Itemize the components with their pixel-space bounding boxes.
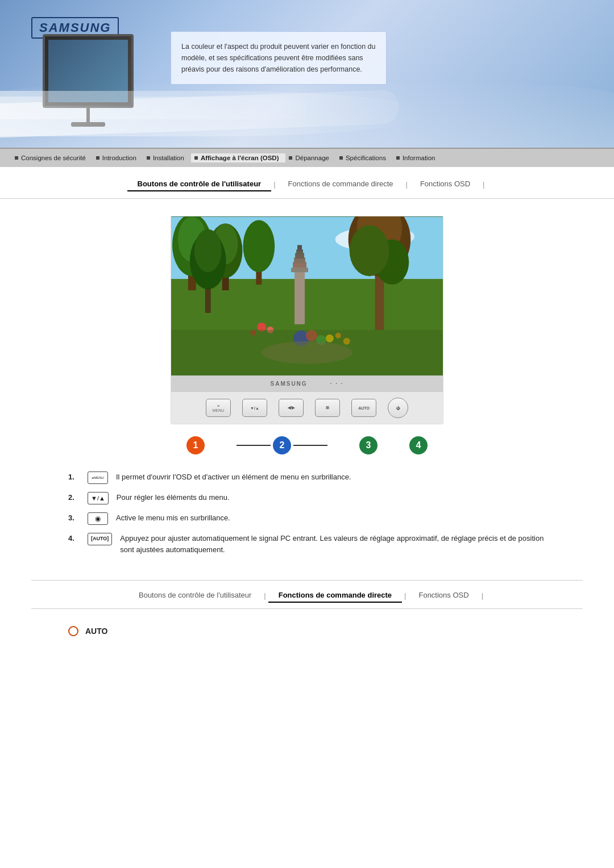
svg-rect-12: [294, 268, 305, 324]
num-label-2: 2: [273, 436, 291, 454]
instructions-list: 1. ≡ MENU Il permet d'ouvrir l'OSD et d'…: [51, 471, 563, 563]
svg-rect-18: [297, 245, 302, 251]
bracket-2b: [293, 445, 327, 446]
instruction-2: 2. ▼/▲ Pour régler les éléments du menu.: [68, 492, 546, 504]
banner-description: La couleur et l'aspect du produit peuven…: [171, 31, 387, 85]
bracket-2: [237, 445, 271, 446]
nav-label-specifications: Spécifications: [346, 155, 386, 161]
tab-fonctions-directe[interactable]: Fonctions de commande directe: [278, 177, 404, 191]
top-tab-nav: Boutons de contrôle de l'utilisateur | F…: [0, 167, 614, 199]
bottom-tab-nav: Boutons de contrôle de l'utilisateur | F…: [31, 580, 583, 609]
btn-menu[interactable]: ≡ MENU: [206, 399, 231, 417]
monitor-brand-dots: · · ·: [330, 381, 344, 387]
nav-bullet-introduction: [96, 156, 99, 160]
monitor-illustration: SAMSUNG · · · ≡ MENU ▼/▲ ◀/▶ ⊞ AUTO ⏻: [171, 216, 443, 424]
nav-item-installation[interactable]: Installation: [143, 153, 191, 162]
nav-bullet-information: [396, 156, 400, 160]
num-label-3: 3: [359, 436, 377, 454]
instruction-1: 1. ≡ MENU Il permet d'ouvrir l'OSD et d'…: [68, 471, 546, 484]
header-banner: SAMSUNG La couleur et l'aspect du produi…: [0, 0, 614, 148]
nav-item-specifications[interactable]: Spécifications: [336, 153, 393, 162]
bottom-tab-directe[interactable]: Fonctions de commande directe: [268, 589, 402, 603]
btn-enter-label: ⊞: [326, 406, 329, 410]
tab-boutons-controle[interactable]: Boutons de contrôle de l'utilisateur: [127, 177, 272, 191]
instr-text-3: Active le menu mis en surbrillance.: [116, 512, 546, 524]
num-label-4: 4: [409, 436, 428, 454]
nav-label-depannage: Dépannage: [295, 155, 329, 161]
nav-bullet-installation: [147, 156, 150, 160]
btn-auto-label: AUTO: [358, 406, 370, 410]
instr-icon-3: ◉: [88, 512, 108, 525]
number-labels: 1 2 3 4: [171, 433, 443, 454]
nav-bullet-osd: [194, 156, 198, 160]
instr-num-4: 4.: [68, 533, 80, 544]
tab-separator-2: |: [404, 180, 410, 189]
bottom-tab-boutons[interactable]: Boutons de contrôle de l'utilisateur: [128, 589, 262, 603]
num-label-1: 1: [186, 436, 205, 454]
instr-icon-4: [AUTO]: [88, 533, 112, 545]
btn-lr-label: ◀/▶: [288, 406, 294, 410]
nav-item-information[interactable]: Information: [393, 153, 442, 162]
instruction-4: 4. [AUTO] Appuyez pour ajuster automatiq…: [68, 533, 546, 555]
auto-text: AUTO: [85, 627, 107, 636]
controls-row: ≡ MENU ▼/▲ ◀/▶ ⊞ AUTO ⏻: [171, 391, 443, 424]
svg-rect-13: [291, 268, 308, 272]
instr-icon-menu-bottom: MENU: [94, 476, 104, 479]
nav-item-introduction[interactable]: Introduction: [93, 153, 143, 162]
btn-menu-label: ≡: [217, 404, 219, 408]
tab-separator-1: |: [271, 180, 277, 189]
garden-svg: [171, 216, 443, 375]
btn-enter[interactable]: ⊞: [315, 399, 340, 417]
num-group-2: 2: [237, 436, 327, 454]
svg-point-11: [243, 220, 275, 273]
btn-down-up[interactable]: ▼/▲: [242, 399, 267, 417]
bottom-tab-sep-1: |: [262, 591, 268, 600]
btn-down-up-label: ▼/▲: [250, 406, 259, 410]
svg-point-26: [194, 229, 222, 272]
main-content: SAMSUNG · · · ≡ MENU ▼/▲ ◀/▶ ⊞ AUTO ⏻: [0, 199, 614, 659]
btn-left-right[interactable]: ◀/▶: [279, 399, 304, 417]
bottom-tab-sep-3: |: [479, 591, 486, 600]
nav-item-security[interactable]: Consignes de sécurité: [11, 153, 93, 162]
monitor-graphic: [31, 34, 145, 136]
nav-label-introduction: Introduction: [102, 155, 136, 161]
auto-icon: [68, 626, 78, 636]
monitor-display: [171, 216, 443, 375]
btn-auto[interactable]: AUTO: [351, 399, 376, 417]
instruction-3: 3. ◉ Active le menu mis en surbrillance.: [68, 512, 546, 525]
tab-separator-3: |: [480, 180, 487, 189]
instr-num-1: 1.: [68, 471, 80, 483]
bottom-tab-sep-2: |: [402, 591, 408, 600]
nav-bar: Consignes de sécurité Introduction Insta…: [0, 148, 614, 167]
bottom-tab-osd[interactable]: Fonctions OSD: [408, 589, 479, 603]
instr-num-2: 2.: [68, 492, 80, 503]
instr-text-1: Il permet d'ouvrir l'OSD et d'activer un…: [116, 471, 546, 483]
nav-label-osd: Affichage à l'écran (OSD): [201, 155, 279, 161]
instr-num-3: 3.: [68, 512, 80, 524]
nav-item-depannage[interactable]: Dépannage: [285, 153, 335, 162]
nav-bullet-specifications: [339, 156, 343, 160]
nav-bullet-depannage: [289, 156, 292, 160]
nav-bullet-security: [15, 156, 18, 160]
monitor-brand-bar: SAMSUNG · · ·: [171, 375, 443, 391]
nav-label-security: Consignes de sécurité: [21, 155, 86, 161]
instr-icon-2: ▼/▲: [88, 492, 109, 504]
nav-item-osd[interactable]: Affichage à l'écran (OSD): [191, 153, 286, 162]
svg-point-23: [350, 226, 389, 277]
svg-rect-37: [171, 330, 443, 375]
nav-label-installation: Installation: [153, 155, 184, 161]
nav-label-information: Information: [403, 155, 435, 161]
instr-icon-1: ≡ MENU: [88, 471, 108, 484]
auto-section: AUTO: [51, 615, 563, 648]
btn-menu-text: MENU: [213, 408, 225, 412]
monitor-brand-text: SAMSUNG: [270, 381, 307, 387]
instr-text-4: Appuyez pour ajuster automatiquement le …: [120, 533, 546, 555]
btn-power[interactable]: ⏻: [388, 398, 408, 418]
btn-power-label: ⏻: [396, 406, 400, 410]
tab-fonctions-osd[interactable]: Fonctions OSD: [410, 177, 480, 191]
instr-text-2: Pour régler les éléments du menu.: [117, 492, 546, 503]
